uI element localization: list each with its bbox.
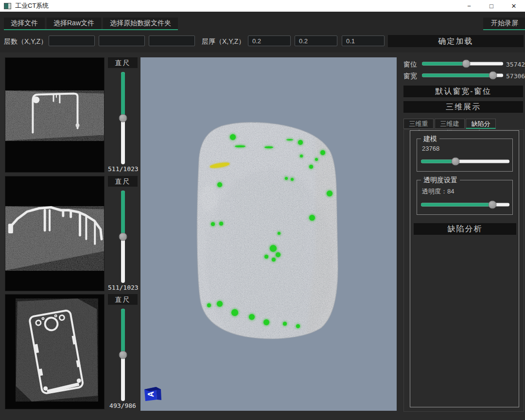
tab-defect-analysis[interactable]: 缺陷分析 [466, 119, 496, 129]
select-raw-data-folder-button[interactable]: 选择原始数据文件夹 [103, 18, 178, 29]
defect-spot [276, 252, 280, 257]
slice-image-middle-view[interactable] [5, 176, 105, 291]
transparency-group-title: 透明度设置 [421, 176, 460, 185]
slider-handle[interactable] [451, 158, 459, 166]
slice-row-top: 直尺 511/1023 [5, 57, 138, 173]
layers-z-input[interactable] [149, 35, 195, 46]
select-file-button[interactable]: 选择文件 [4, 18, 45, 29]
defect-spot [264, 255, 268, 259]
slider-handle[interactable] [119, 233, 127, 241]
defect-spot [249, 314, 255, 320]
select-raw-file-button[interactable]: 选择Raw文件 [47, 18, 101, 29]
defect-spot [309, 165, 313, 169]
ruler-button-top[interactable]: 直尺 [108, 57, 138, 68]
slider-handle[interactable] [489, 71, 497, 80]
slice-position-bottom: 493/986 [108, 402, 138, 409]
title-bar: 工业CT系统 − □ ✕ [0, 0, 525, 12]
app-icon [4, 3, 11, 9]
slice-position-top: 511/1023 [108, 165, 138, 173]
confirm-load-button[interactable]: 确定加载 [388, 35, 524, 47]
window-level-label: 窗位 [403, 60, 417, 69]
thickness-x-input[interactable] [248, 35, 291, 46]
start-recording-button[interactable]: 开始录屏 [483, 18, 525, 30]
slice-slider-top[interactable] [119, 72, 127, 164]
defect-spot [309, 215, 315, 221]
thickness-y-input[interactable] [295, 35, 337, 46]
slider-track [421, 160, 509, 163]
defect-spot [217, 182, 222, 187]
defect-spot [291, 178, 294, 181]
slice-row-bottom: 直尺 493/986 [5, 294, 138, 409]
window-title: 工业CT系统 [15, 1, 49, 10]
close-button[interactable]: ✕ [503, 0, 525, 12]
yellow-defect-marker [210, 162, 230, 169]
thickness-label: 层厚（X,Y,Z） [202, 37, 245, 46]
window-level-slider[interactable] [422, 60, 503, 68]
toolbar: 选择文件 选择Raw文件 选择原始数据文件夹 开始录屏 [0, 12, 525, 31]
window-width-slider[interactable] [422, 71, 503, 79]
defect-spot [285, 177, 288, 180]
modeling-groupbox: 建模 23768 [417, 139, 513, 172]
defect-analysis-button[interactable]: 缺陷分析 [414, 223, 516, 235]
slice-slider-middle[interactable] [119, 191, 127, 283]
ruler-button-bottom[interactable]: 直尺 [108, 294, 138, 305]
defect-spot [235, 145, 245, 147]
layers-y-input[interactable] [99, 35, 145, 46]
defect-spot [296, 324, 300, 328]
tab-3d-modeling[interactable]: 三维建模 [435, 119, 465, 129]
ruler-button-middle[interactable]: 直尺 [108, 176, 138, 187]
layers-x-input[interactable] [49, 35, 95, 46]
defect-spot [270, 245, 277, 252]
transparency-value: 透明度：84 [422, 187, 454, 196]
defect-spot [263, 319, 269, 325]
slider-handle[interactable] [119, 351, 127, 359]
tab-content-frame: 建模 23768 透明度设置 透明度：84 缺陷分析 [410, 130, 519, 407]
defect-spot [211, 222, 215, 226]
orientation-cube-logo: A [143, 385, 163, 402]
viewport-3d[interactable]: A [140, 57, 397, 411]
slice-image-top-view[interactable] [5, 57, 105, 173]
defect-spot [217, 301, 223, 307]
modeling-value: 23768 [422, 145, 439, 152]
slice-position-middle: 511/1023 [108, 284, 138, 291]
defect-spot [207, 303, 211, 307]
transparency-slider[interactable] [421, 201, 509, 209]
slider-handle[interactable] [462, 60, 471, 68]
defect-spot [315, 158, 318, 161]
window-width-label: 窗宽 [403, 72, 417, 81]
minimize-button[interactable]: − [458, 0, 480, 12]
defect-spot [264, 146, 273, 148]
thickness-z-input[interactable] [342, 35, 385, 46]
defect-layer [140, 57, 397, 411]
default-wwwl-button[interactable]: 默认窗宽-窗位 [403, 86, 523, 97]
defect-spot [230, 134, 236, 140]
svg-text:A: A [147, 391, 155, 397]
slider-handle[interactable] [119, 114, 127, 122]
defect-spot [278, 232, 280, 235]
defect-spot [283, 322, 287, 326]
defect-spot [300, 155, 303, 158]
maximize-button[interactable]: □ [480, 0, 503, 12]
window-width-value: 57306 [506, 72, 525, 80]
modeling-group-title: 建模 [421, 135, 439, 143]
modeling-slider[interactable] [421, 158, 509, 165]
defect-spot [272, 258, 276, 262]
slice-image-bottom-view[interactable] [5, 294, 105, 409]
window-level-value: 35742 [506, 61, 525, 68]
display-3d-button[interactable]: 三维展示 [403, 101, 523, 113]
slice-row-middle: 直尺 511/1023 [5, 176, 138, 291]
transparency-groupbox: 透明度设置 透明度：84 [417, 180, 513, 215]
slider-handle[interactable] [489, 201, 497, 209]
defect-spot [298, 140, 303, 145]
defect-spot [219, 222, 223, 226]
slice-slider-bottom[interactable] [119, 309, 127, 401]
defect-spot [231, 309, 238, 316]
tab-3d-reconstruction[interactable]: 三维重建 [403, 119, 434, 129]
defect-spot [286, 139, 293, 140]
defect-spot [320, 150, 325, 155]
parameter-row: 层数（X,Y,Z） 层厚（X,Y,Z） 确定加载 [0, 31, 525, 52]
defect-spot [327, 191, 332, 196]
layers-label: 层数（X,Y,Z） [4, 37, 47, 46]
